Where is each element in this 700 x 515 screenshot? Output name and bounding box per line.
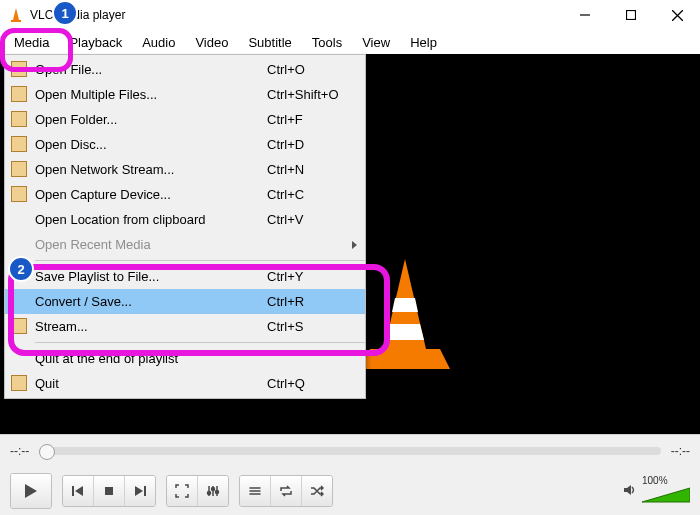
menu-audio[interactable]: Audio (132, 32, 185, 53)
files-icon (11, 86, 27, 102)
seek-slider[interactable] (39, 447, 660, 455)
loop-button[interactable] (271, 476, 302, 506)
menu-item-shortcut: Ctrl+Q (267, 376, 357, 391)
menu-item-open-recent-media: Open Recent Media (5, 232, 365, 257)
menu-item-quit[interactable]: QuitCtrl+Q (5, 371, 365, 396)
menu-item-shortcut: Ctrl+V (267, 212, 357, 227)
controls-panel: --:-- --:-- 100% (0, 434, 700, 515)
seek-row: --:-- --:-- (0, 435, 700, 467)
menu-item-open-location-from-clipboard[interactable]: Open Location from clipboardCtrl+V (5, 207, 365, 232)
annotation-badge-2: 2 (8, 256, 34, 282)
buttons-row: 100% (0, 467, 700, 515)
svg-point-12 (212, 488, 215, 491)
menu-item-open-folder[interactable]: Open Folder...Ctrl+F (5, 107, 365, 132)
seek-knob[interactable] (39, 444, 55, 460)
menu-item-shortcut: Ctrl+F (267, 112, 357, 127)
menu-item-label: Open Capture Device... (35, 187, 267, 202)
network-icon (11, 161, 27, 177)
volume-control: 100% (622, 475, 690, 507)
settings-button[interactable] (198, 476, 228, 506)
menu-item-open-network-stream[interactable]: Open Network Stream...Ctrl+N (5, 157, 365, 182)
menu-item-label: Open Folder... (35, 112, 267, 127)
menu-item-shortcut: Ctrl+Shift+O (267, 87, 357, 102)
play-button[interactable] (11, 474, 51, 508)
next-button[interactable] (125, 476, 155, 506)
menu-item-label: Open Recent Media (35, 237, 267, 252)
fullscreen-button[interactable] (167, 476, 198, 506)
menu-item-open-capture-device[interactable]: Open Capture Device...Ctrl+C (5, 182, 365, 207)
menu-item-shortcut: Ctrl+D (267, 137, 357, 152)
annotation-highlight-2 (8, 264, 390, 356)
titlebar: VLC media player (0, 0, 700, 30)
menu-item-open-multiple-files[interactable]: Open Multiple Files...Ctrl+Shift+O (5, 82, 365, 107)
menu-help[interactable]: Help (400, 32, 447, 53)
menubar: Media Playback Audio Video Subtitle Tool… (0, 30, 700, 54)
quit-icon (11, 375, 27, 391)
time-total[interactable]: --:-- (671, 444, 690, 458)
menu-item-shortcut: Ctrl+N (267, 162, 357, 177)
menu-item-label: Open Location from clipboard (35, 212, 267, 227)
menu-item-open-disc[interactable]: Open Disc...Ctrl+D (5, 132, 365, 157)
menu-view[interactable]: View (352, 32, 400, 53)
menu-video[interactable]: Video (185, 32, 238, 53)
menu-tools[interactable]: Tools (302, 32, 352, 53)
capture-icon (11, 186, 27, 202)
menu-item-shortcut: Ctrl+C (267, 187, 357, 202)
svg-rect-5 (72, 486, 74, 496)
maximize-button[interactable] (608, 0, 654, 30)
annotation-highlight-1 (0, 28, 73, 72)
menu-item-label: Open Multiple Files... (35, 87, 267, 102)
shuffle-button[interactable] (302, 476, 332, 506)
volume-slider[interactable] (642, 486, 690, 504)
submenu-arrow-icon (352, 241, 357, 249)
svg-rect-2 (627, 11, 636, 20)
minimize-button[interactable] (562, 0, 608, 30)
mute-button[interactable] (622, 482, 638, 501)
svg-point-11 (208, 492, 211, 495)
menu-item-label: Open Disc... (35, 137, 267, 152)
time-elapsed[interactable]: --:-- (10, 444, 29, 458)
close-button[interactable] (654, 0, 700, 30)
svg-rect-0 (11, 20, 21, 22)
vlc-cone-icon (8, 7, 24, 23)
menu-item-label: Quit (35, 376, 267, 391)
window-title: VLC media player (30, 8, 562, 22)
annotation-badge-1: 1 (52, 0, 78, 26)
menu-item-label: Open Network Stream... (35, 162, 267, 177)
folder-icon (11, 111, 27, 127)
disc-icon (11, 136, 27, 152)
svg-rect-7 (144, 486, 146, 496)
svg-point-13 (216, 491, 219, 494)
menu-item-shortcut: Ctrl+O (267, 62, 357, 77)
menu-subtitle[interactable]: Subtitle (238, 32, 301, 53)
svg-rect-6 (105, 487, 113, 495)
previous-button[interactable] (63, 476, 94, 506)
menu-separator (35, 260, 365, 261)
stop-button[interactable] (94, 476, 125, 506)
volume-percentage: 100% (642, 475, 690, 486)
playlist-button[interactable] (240, 476, 271, 506)
